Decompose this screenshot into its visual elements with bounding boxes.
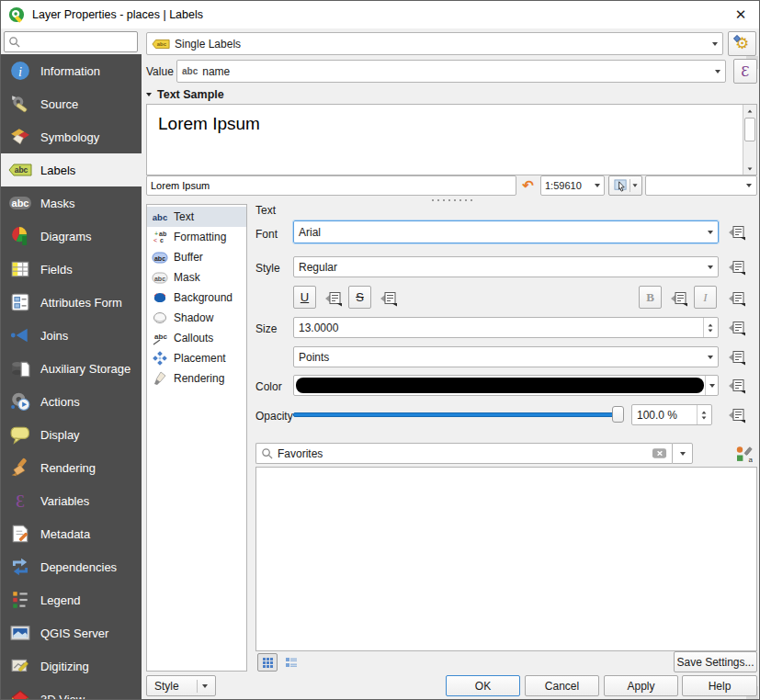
- reset-sample-button[interactable]: ↶: [518, 175, 538, 196]
- sidebar-item-auxiliary-storage[interactable]: Auxiliary Storage: [1, 352, 142, 385]
- tab-placement[interactable]: Placement: [147, 348, 246, 368]
- sidebar-item-label: Display: [40, 428, 80, 442]
- preview-scale-value: 1:59610: [545, 180, 590, 191]
- color-override-button[interactable]: [726, 377, 748, 395]
- tab-rendering[interactable]: Rendering: [147, 368, 246, 389]
- sidebar-item-3d-view[interactable]: 3D View: [1, 683, 142, 700]
- apply-button[interactable]: Apply: [604, 675, 678, 696]
- sidebar-item-label: Digitizing: [40, 660, 89, 673]
- italic-button[interactable]: I: [694, 286, 717, 309]
- underline-button[interactable]: U: [293, 286, 316, 309]
- sidebar-item-legend[interactable]: Legend: [1, 583, 142, 616]
- save-settings-button[interactable]: Save Settings...: [674, 651, 757, 672]
- close-icon[interactable]: ✕: [726, 1, 755, 28]
- value-field-select[interactable]: abc name: [176, 60, 726, 83]
- sidebar-item-metadata[interactable]: Metadata: [1, 517, 142, 550]
- opacity-value: 100.0 %: [637, 409, 692, 422]
- strikethrough-override-button[interactable]: [378, 289, 400, 308]
- style-override-button[interactable]: [726, 258, 748, 277]
- opacity-slider-handle[interactable]: [612, 406, 624, 423]
- clear-filter-icon[interactable]: [652, 447, 667, 459]
- favorites-dropdown-button[interactable]: [672, 443, 693, 464]
- labeling-mode-value: Single Labels: [175, 38, 708, 51]
- size-spin-buttons[interactable]: [703, 318, 713, 337]
- icon-view-button[interactable]: [257, 653, 278, 672]
- cancel-button[interactable]: Cancel: [525, 675, 599, 696]
- sidebar-item-variables[interactable]: Ɛ Variables: [1, 484, 142, 517]
- dependencies-icon: [8, 556, 32, 578]
- bold-button[interactable]: B: [639, 286, 662, 309]
- sidebar-item-information[interactable]: i Information: [1, 54, 142, 87]
- bold-override-button[interactable]: [668, 289, 690, 308]
- tab-callouts[interactable]: abc Callouts: [147, 328, 246, 348]
- strikethrough-button[interactable]: S: [348, 286, 371, 309]
- preview-scrollbar[interactable]: [743, 105, 756, 175]
- preview-scale-select[interactable]: 1:59610: [540, 175, 605, 196]
- text-sample-header[interactable]: Text Sample: [146, 88, 224, 101]
- sidebar-item-display[interactable]: Display: [1, 418, 142, 451]
- favorites-filter-input[interactable]: Favorites: [255, 443, 672, 464]
- sidebar-item-dependencies[interactable]: Dependencies: [1, 550, 142, 583]
- sidebar-item-rendering[interactable]: Rendering: [1, 451, 142, 484]
- opacity-slider[interactable]: [293, 406, 624, 423]
- tab-shadow[interactable]: Shadow: [147, 308, 246, 328]
- labeling-mode-select[interactable]: abc Single Labels: [146, 32, 723, 55]
- search-icon: [261, 447, 273, 459]
- tab-formatting[interactable]: +ab<c Formatting: [147, 227, 246, 247]
- tab-buffer[interactable]: abc Buffer: [147, 247, 246, 267]
- opacity-label: Opacity: [255, 410, 293, 423]
- automated-placement-settings-button[interactable]: ⚙: [728, 31, 756, 56]
- sample-text-input[interactable]: [146, 175, 516, 196]
- expression-builder-button[interactable]: Ɛ: [733, 59, 757, 84]
- chevron-down-icon: [708, 356, 713, 359]
- sidebar-item-fields[interactable]: Fields: [1, 253, 142, 286]
- sidebar-item-masks[interactable]: abc Masks: [1, 186, 142, 220]
- map-settings-button[interactable]: [608, 175, 642, 196]
- italic-override-button[interactable]: [726, 289, 748, 308]
- sidebar-item-actions[interactable]: Actions: [1, 385, 142, 418]
- font-select[interactable]: Arial: [293, 220, 719, 243]
- tab-text[interactable]: abc Text: [147, 207, 246, 227]
- sidebar-item-source[interactable]: Source: [1, 87, 142, 120]
- sidebar-item-symbology[interactable]: Symbology: [1, 120, 142, 153]
- sidebar-item-digitizing[interactable]: Digitizing: [1, 649, 142, 683]
- options-search-input[interactable]: [4, 31, 138, 52]
- font-style-select[interactable]: Regular: [293, 256, 719, 277]
- sidebar-item-diagrams[interactable]: Diagrams: [1, 220, 142, 253]
- tab-mask[interactable]: abc Mask: [147, 267, 246, 288]
- list-view-button[interactable]: [281, 653, 301, 672]
- font-override-button[interactable]: [726, 223, 748, 242]
- sidebar-item-joins[interactable]: Joins: [1, 319, 142, 352]
- scroll-up-arrow[interactable]: [743, 105, 756, 117]
- help-button[interactable]: Help: [682, 675, 757, 696]
- size-override-button[interactable]: [726, 319, 748, 337]
- 3d-view-icon: [8, 688, 32, 700]
- underline-override-button[interactable]: [323, 289, 345, 308]
- opacity-override-button[interactable]: [726, 406, 748, 424]
- tab-background[interactable]: Background: [147, 288, 246, 308]
- sidebar-item-labels[interactable]: abc Labels: [1, 153, 142, 186]
- style-menu-button[interactable]: Style: [146, 675, 216, 696]
- text-styles-list[interactable]: [255, 467, 757, 651]
- scroll-down-arrow[interactable]: [743, 163, 756, 175]
- splitter-handle[interactable]: [430, 198, 474, 202]
- color-button[interactable]: [293, 375, 719, 396]
- ok-button[interactable]: OK: [446, 675, 520, 696]
- chevron-down-icon: [680, 452, 686, 456]
- chevron-down-icon: [595, 184, 600, 187]
- opacity-spinbox[interactable]: 100.0 %: [631, 404, 712, 425]
- size-units-select[interactable]: Points: [293, 346, 719, 367]
- units-override-button[interactable]: [726, 348, 748, 367]
- opacity-spin-buttons[interactable]: [697, 405, 707, 424]
- style-manager-button[interactable]: a: [733, 444, 754, 464]
- scroll-thumb[interactable]: [744, 118, 755, 141]
- tab-label: Callouts: [174, 332, 213, 344]
- size-spinbox[interactable]: 13.0000: [293, 317, 719, 338]
- metadata-icon: [8, 523, 32, 545]
- color-dropdown-arrow[interactable]: [705, 376, 718, 395]
- sidebar-item-qgis-server[interactable]: QGIS Server: [1, 616, 142, 649]
- preview-background-select[interactable]: [645, 175, 757, 196]
- sidebar-item-label: Legend: [40, 593, 80, 607]
- sidebar-item-attributes-form[interactable]: Attributes Form: [1, 286, 142, 319]
- sidebar-item-label: 3D View: [40, 693, 85, 700]
